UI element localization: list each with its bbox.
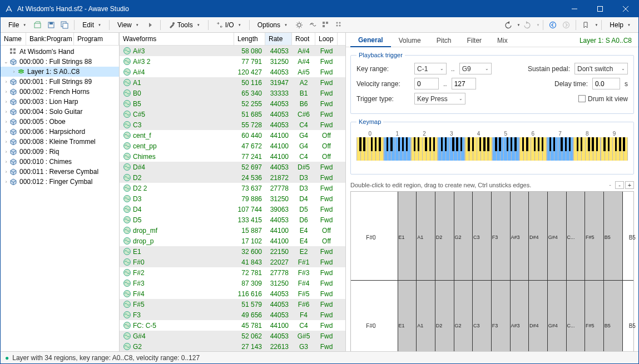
- wave-row[interactable]: A1 50 11631947A2Fwd: [120, 77, 345, 88]
- key-low-select[interactable]: C-1⌄: [414, 63, 447, 74]
- waveform-icon: [123, 343, 131, 351]
- wave-row[interactable]: D3 79 88631250D4Fwd: [120, 193, 345, 204]
- play-icon[interactable]: [145, 19, 157, 31]
- menu-options[interactable]: Options▼: [253, 19, 292, 31]
- menu-io[interactable]: I/O▼: [212, 19, 246, 31]
- drumkit-checkbox[interactable]: Drum kit view: [578, 95, 628, 103]
- wave-row[interactable]: G#4 52 06244053G#5Fwd: [120, 331, 345, 341]
- wave-row[interactable]: D5 133 41544053D6Fwd: [120, 215, 345, 225]
- wave-row[interactable]: B5 52 25544053B6Fwd: [120, 98, 345, 109]
- wave-row[interactable]: drop_p 17 10244100E4Off: [120, 236, 345, 246]
- wave-row[interactable]: E1 32 60022150E2Fwd: [120, 246, 345, 257]
- wave-row[interactable]: G2 27 14322613G3Fwd: [120, 341, 345, 351]
- tab-volume[interactable]: Volume: [391, 34, 429, 47]
- wave-row[interactable]: drop_mf 15 88744100E4Off: [120, 225, 345, 236]
- gear-icon[interactable]: [293, 19, 305, 31]
- wave-row[interactable]: F#0 41 84322027F#1Fwd: [120, 257, 345, 267]
- wave-row[interactable]: F#3 87 30931250F#4Fwd: [120, 278, 345, 288]
- nav-forward-icon[interactable]: [560, 19, 572, 31]
- wave-row[interactable]: cent_f 60 44044100G4Off: [120, 130, 345, 141]
- keymap-piano[interactable]: 0123456789: [356, 131, 628, 168]
- velocity-high-input[interactable]: [452, 78, 476, 89]
- wave-row[interactable]: D2 24 53621872D3Fwd: [120, 172, 345, 183]
- wave-row[interactable]: Chimes 77 24144100C4Off: [120, 151, 345, 162]
- menu-help[interactable]: Help▼: [605, 19, 635, 31]
- wave-row[interactable]: C#5 51 68544053C#6Fwd: [120, 109, 345, 119]
- wave-row[interactable]: D4 107 74439063D5Fwd: [120, 204, 345, 215]
- grid1-icon[interactable]: [320, 19, 332, 31]
- wave-row[interactable]: A#3 58 08044053A#4Fwd: [120, 46, 345, 56]
- tree-item[interactable]: ›000:008 : Kleine Trommel: [1, 137, 119, 147]
- keymap-zoom-out-button[interactable]: -: [615, 181, 624, 189]
- wave-row[interactable]: FC: C-5 45 78144100C4Fwd: [120, 320, 345, 331]
- tree-item[interactable]: ›000:011 : Reverse Cymbal: [1, 167, 119, 177]
- sustain-select[interactable]: Don't switch⌄: [574, 63, 628, 74]
- tree-item[interactable]: ›000:003 : Lion Harp: [1, 97, 119, 107]
- menu-edit[interactable]: Edit▼: [78, 19, 106, 31]
- tab-filter[interactable]: Filter: [459, 34, 489, 47]
- redo-drop[interactable]: ▼: [536, 23, 539, 27]
- key-high-select[interactable]: G9⌄: [459, 63, 492, 74]
- menu-file[interactable]: File▼: [4, 19, 31, 31]
- delay-input[interactable]: [592, 78, 620, 89]
- trigger-type-select[interactable]: Key Press⌄: [414, 93, 465, 104]
- tab-mix[interactable]: Mix: [489, 34, 516, 47]
- region-grid[interactable]: F#0B5E1A1D2G2C3F3A#3D#4G#4C...F#5B5 F#0B…: [350, 191, 634, 351]
- tree-item[interactable]: ⌄000:000 : Full Strings 88: [1, 57, 119, 67]
- tab-general[interactable]: General: [350, 34, 391, 47]
- menu-view[interactable]: View▼: [113, 19, 143, 31]
- keymap-zoom-in-button[interactable]: +: [625, 181, 634, 189]
- speaker-icon[interactable]: [306, 19, 319, 31]
- tree-body[interactable]: At Wisdom's Hand⌄000:000 : Full Strings …: [1, 46, 119, 351]
- wave-row[interactable]: cent_pp 47 67244100G4Off: [120, 141, 345, 151]
- wave-row[interactable]: F#4 116 61644053F#5Fwd: [120, 288, 345, 299]
- waveform-icon: [123, 163, 131, 171]
- tree-item[interactable]: ›000:005 : Oboe: [1, 117, 119, 127]
- wave-header-root[interactable]: Root: [292, 33, 315, 45]
- tree-root[interactable]: At Wisdom's Hand: [1, 47, 119, 57]
- undo-drop[interactable]: ▼: [517, 23, 521, 27]
- wave-header-rate[interactable]: Rate: [265, 33, 292, 45]
- wave-header-name[interactable]: Waveforms: [120, 33, 234, 45]
- menu-tools[interactable]: Tools▼: [164, 19, 205, 31]
- wave-row[interactable]: D2 2 73 63727778D3Fwd: [120, 183, 345, 193]
- minimize-button[interactable]: [562, 1, 587, 17]
- wave-row[interactable]: B0 65 34033333B1Fwd: [120, 88, 345, 98]
- waveform-icon: [123, 185, 131, 192]
- wave-row[interactable]: D#4 52 69744053D#5Fwd: [120, 162, 345, 172]
- bookmark-drop[interactable]: ▼: [595, 23, 598, 27]
- file-save-icon[interactable]: [45, 19, 57, 31]
- tree-item[interactable]: ›000:012 : Finger Cymbal: [1, 177, 119, 187]
- nav-back-icon[interactable]: [547, 19, 559, 31]
- tree-item[interactable]: ›000:009 : Riq: [1, 147, 119, 157]
- tree-item[interactable]: ›000:010 : Chimes: [1, 157, 119, 167]
- file-saveall-icon[interactable]: [58, 19, 71, 31]
- wave-header-length[interactable]: Length: [234, 33, 265, 45]
- wave-body[interactable]: A#3 58 08044053A#4Fwd A#3 2 77 79131250A…: [120, 46, 345, 351]
- bookmark-icon[interactable]: [579, 19, 592, 31]
- tree-item[interactable]: ›000:004 : Solo Guitar: [1, 107, 119, 117]
- wave-row[interactable]: A#3 2 77 79131250A#4Fwd: [120, 56, 345, 67]
- wave-row[interactable]: F#2 72 78127778F#3Fwd: [120, 267, 345, 278]
- tree-header-program[interactable]: Program: [74, 33, 119, 45]
- wave-header-loop[interactable]: Loop: [315, 33, 338, 45]
- wave-row[interactable]: C3 55 72844053C4Fwd: [120, 119, 345, 130]
- redo-icon[interactable]: [521, 19, 533, 31]
- wave-row[interactable]: A#4 120 42744053A#5Fwd: [120, 67, 345, 77]
- tree-item[interactable]: ›000:006 : Harpsichord: [1, 127, 119, 137]
- wave-row[interactable]: F3 49 65644053F4Fwd: [120, 310, 345, 320]
- tree-header-bankprog[interactable]: Bank:Program: [26, 33, 74, 45]
- maximize-button[interactable]: [587, 1, 613, 17]
- tab-pitch[interactable]: Pitch: [429, 34, 459, 47]
- file-open-icon[interactable]: [32, 19, 44, 31]
- wave-row[interactable]: F#5 51 57944053F#6Fwd: [120, 299, 345, 310]
- tree-item[interactable]: ›000:001 : Full Strings 89: [1, 77, 119, 87]
- undo-icon[interactable]: [502, 19, 514, 31]
- tree-item[interactable]: ›000:002 : French Horns: [1, 87, 119, 97]
- tree-layer[interactable]: ›Layer 1: S A0..C8: [1, 67, 119, 77]
- close-button[interactable]: [613, 1, 638, 17]
- grid2-icon[interactable]: [333, 19, 345, 31]
- waveform-icon: [123, 322, 131, 330]
- velocity-low-input[interactable]: [414, 78, 439, 89]
- tree-header-name[interactable]: Name: [1, 33, 26, 45]
